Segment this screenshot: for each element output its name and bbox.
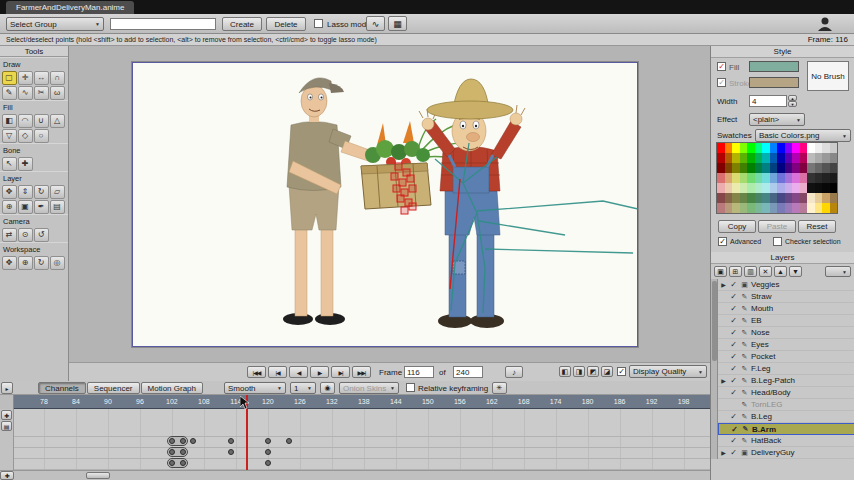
palette-swatch[interactable] xyxy=(800,153,808,163)
timeline-scale-dropdown[interactable]: 1 xyxy=(290,382,316,394)
layer-row-deliveryguy[interactable]: ▶✓▣DeliveryGuy xyxy=(718,447,854,459)
layer-row-head-body[interactable]: ✓✎Head/Body xyxy=(718,387,854,399)
user-icon[interactable] xyxy=(818,17,832,31)
visibility-check-icon[interactable]: ✓ xyxy=(729,328,738,337)
keyframe[interactable] xyxy=(265,438,271,444)
palette-swatch[interactable] xyxy=(740,143,748,153)
palette-swatch[interactable] xyxy=(800,193,808,203)
visibility-check-icon[interactable]: ✓ xyxy=(729,304,738,313)
onion-skins-dropdown[interactable]: Onion Skins xyxy=(339,382,399,394)
visibility-check-icon[interactable]: ✓ xyxy=(729,280,738,289)
width-input[interactable]: 4 xyxy=(749,95,787,107)
palette-swatch[interactable] xyxy=(830,173,838,183)
palette-swatch[interactable] xyxy=(770,143,778,153)
palette-swatch[interactable] xyxy=(807,203,815,213)
palette-swatch[interactable] xyxy=(822,153,830,163)
palette-swatch[interactable] xyxy=(725,163,733,173)
palette-swatch[interactable] xyxy=(755,193,763,203)
duplicate-layer-icon[interactable]: ▥ xyxy=(744,266,757,277)
track-camera-tool[interactable]: ⇄ xyxy=(2,228,17,242)
group-filter-input[interactable] xyxy=(110,18,216,30)
palette-swatch[interactable] xyxy=(725,173,733,183)
timeline-tracks[interactable]: ✚ ▤ xyxy=(0,409,710,470)
palette-swatch[interactable] xyxy=(762,193,770,203)
quality-checkbox[interactable]: ✓ xyxy=(617,367,626,376)
delete-button[interactable]: Delete xyxy=(266,17,306,31)
palette-swatch[interactable] xyxy=(822,183,830,193)
stroke-checkbox[interactable]: ✓ xyxy=(717,78,726,87)
palette-swatch[interactable] xyxy=(725,203,733,213)
palette-swatch[interactable] xyxy=(800,183,808,193)
delete-shape-tool[interactable]: ○ xyxy=(34,129,49,143)
palette-swatch[interactable] xyxy=(830,183,838,193)
layer-row-b-leg[interactable]: ✓✎B.Leg xyxy=(718,411,854,423)
palette-swatch[interactable] xyxy=(732,143,740,153)
expand-arrow-icon[interactable]: ▶ xyxy=(720,449,727,456)
layers-scrollbar[interactable] xyxy=(711,279,718,459)
keyframe[interactable] xyxy=(286,438,292,444)
advanced-checkbox[interactable]: ✓ xyxy=(718,237,727,246)
palette-swatch[interactable] xyxy=(762,173,770,183)
layer-row-pocket[interactable]: ✓✎Pocket xyxy=(718,351,854,363)
select-group-dropdown[interactable]: Select Group xyxy=(6,17,104,31)
palette-swatch[interactable] xyxy=(740,193,748,203)
keyframe[interactable] xyxy=(265,460,271,466)
select-points-tool[interactable]: ▢ xyxy=(2,71,17,85)
keyframe[interactable] xyxy=(169,460,175,466)
zoom-workspace-tool[interactable]: ⊕ xyxy=(18,256,33,270)
palette-swatch[interactable] xyxy=(800,163,808,173)
palette-swatch[interactable] xyxy=(822,203,830,213)
layer-row-eyes[interactable]: ✓✎Eyes xyxy=(718,339,854,351)
palette-swatch[interactable] xyxy=(717,203,725,213)
layers-menu-dropdown[interactable] xyxy=(825,266,851,277)
palette-swatch[interactable] xyxy=(777,203,785,213)
palette-swatch[interactable] xyxy=(777,153,785,163)
quality-toggle-shapes[interactable]: ◨ xyxy=(573,366,585,377)
visibility-check-icon[interactable]: ✓ xyxy=(729,388,738,397)
palette-swatch[interactable] xyxy=(800,203,808,213)
orbit-workspace-tool[interactable]: ◎ xyxy=(50,256,65,270)
palette-swatch[interactable] xyxy=(755,143,763,153)
palette-swatch[interactable] xyxy=(792,183,800,193)
palette-swatch[interactable] xyxy=(725,193,733,203)
layer-row-veggies[interactable]: ▶✓▣Veggies xyxy=(718,279,854,291)
palette-swatch[interactable] xyxy=(740,173,748,183)
visibility-check-icon[interactable]: ✓ xyxy=(729,364,738,373)
palette-swatch[interactable] xyxy=(815,153,823,163)
palette-swatch[interactable] xyxy=(762,183,770,193)
visibility-check-icon[interactable]: ✓ xyxy=(729,340,738,349)
scroll-corner-button[interactable]: ✚ xyxy=(0,471,14,480)
quality-toggle-images[interactable]: ◩ xyxy=(587,366,599,377)
palette-swatch[interactable] xyxy=(792,143,800,153)
palette-swatch[interactable] xyxy=(740,183,748,193)
palette-swatch[interactable] xyxy=(770,173,778,183)
keyframe[interactable] xyxy=(180,460,186,466)
palette-swatch[interactable] xyxy=(792,163,800,173)
layer-row-straw[interactable]: ✓✎Straw xyxy=(718,291,854,303)
rotate-layer-tool[interactable]: ↻ xyxy=(34,185,49,199)
keyframe[interactable] xyxy=(190,438,196,444)
line-width-tool[interactable]: △ xyxy=(50,114,65,128)
stroke-exposure-tool[interactable]: ◇ xyxy=(18,129,33,143)
add-bone-tool[interactable]: ✚ xyxy=(18,157,33,171)
palette-swatch[interactable] xyxy=(777,143,785,153)
draw-guides-icon-button[interactable]: ∿ xyxy=(366,16,385,31)
palette-swatch[interactable] xyxy=(792,153,800,163)
palette-swatch[interactable] xyxy=(755,173,763,183)
eyedropper-tool[interactable]: ✒ xyxy=(34,200,49,214)
palette-swatch[interactable] xyxy=(747,163,755,173)
palette-swatch[interactable] xyxy=(785,143,793,153)
visibility-check-icon[interactable]: ✓ xyxy=(729,292,738,301)
timeline-options-button[interactable]: ▸ xyxy=(1,382,13,394)
prev-keyframe-button[interactable]: |◀ xyxy=(268,366,287,378)
palette-swatch[interactable] xyxy=(747,153,755,163)
tab-motion-graph[interactable]: Motion Graph xyxy=(141,382,203,394)
palette-swatch[interactable] xyxy=(717,183,725,193)
palette-swatch[interactable] xyxy=(800,143,808,153)
palette-swatch[interactable] xyxy=(740,163,748,173)
layer-row-b-leg-patch[interactable]: ▶✓✎B.Leg-Patch xyxy=(718,375,854,387)
display-quality-dropdown[interactable]: Display Quality xyxy=(629,365,707,378)
shear-layer-tool[interactable]: ▱ xyxy=(50,185,65,199)
visibility-check-icon[interactable]: ✓ xyxy=(729,352,738,361)
palette-swatch[interactable] xyxy=(717,193,725,203)
